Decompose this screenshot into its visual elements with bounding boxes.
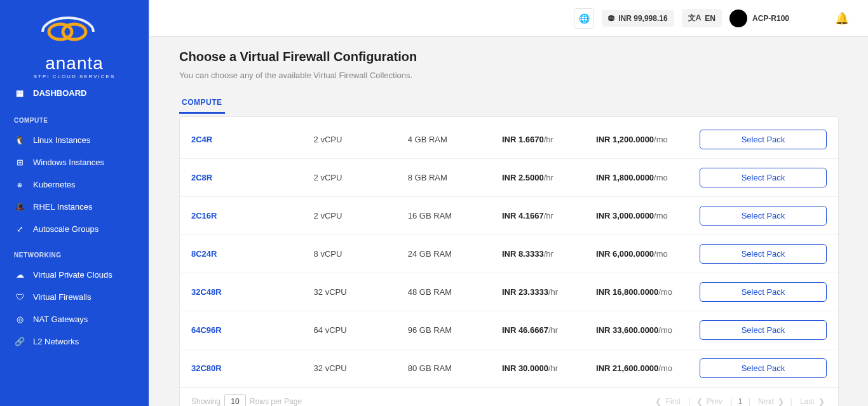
tabs: COMPUTE [179,93,839,114]
plan-ram: 16 GB RAM [408,211,502,220]
plan-price-mo: INR 21,600.0000/mo [596,363,700,373]
sidebar-item-label: DASHBOARD [33,88,87,98]
plan-row: 64C96R64 vCPU96 GB RAMINR 46.6667/hrINR … [180,311,838,349]
pager-next[interactable]: Next ❯ [754,397,786,406]
autoscale-icon: ⤢ [14,224,25,234]
sidebar-item[interactable]: 🛡Virtual Firewalls [0,286,149,308]
plan-name: 2C8R [191,173,314,182]
page-title: Choose a Virtual Firewall Configuration [179,50,839,64]
plan-price-hr: INR 2.5000/hr [502,173,596,182]
sidebar-item[interactable]: ☁Virtual Private Clouds [0,264,149,286]
sidebar-item[interactable]: ⊞Windows Instances [0,151,149,173]
sidebar-item[interactable]: ⤢Autoscale Groups [0,218,149,240]
globe-icon: 🌐 [579,13,590,24]
balance-text: INR 99,998.16 [618,14,667,23]
plan-cpu: 2 vCPU [314,173,408,182]
sidebar-item[interactable]: 🔗L2 Networks [0,330,149,353]
plan-price-hr: INR 23.3333/hr [502,287,596,297]
logo-icon [30,13,119,51]
plan-price-hr: INR 30.0000/hr [502,363,596,373]
pager-first[interactable]: ❮ First [653,397,684,406]
sidebar-item[interactable]: 🐧Linux Instances [0,129,149,151]
plan-row: 32C80R32 vCPU80 GB RAMINR 30.0000/hrINR … [180,349,838,388]
plan-price-mo: INR 1,800.0000/mo [596,173,700,182]
plan-ram: 80 GB RAM [408,363,502,373]
sidebar-section-title: NETWORKING [0,240,149,264]
balance-chip[interactable]: ⛃ INR 99,998.16 [602,10,674,27]
rhel-icon: 🎩 [14,202,25,212]
plan-name: 2C4R [191,135,314,144]
sidebar-item-label: Windows Instances [33,158,104,167]
content: Choose a Virtual Firewall Configuration … [150,37,868,406]
dashboard-icon: ▦ [14,88,25,98]
language-chip[interactable]: 文A EN [682,9,722,27]
pager-nav: ❮ First | ❮ Prev | 1 | Next ❯ | Last ❯ [653,397,827,406]
sidebar-section-title: COMPUTE [0,105,149,129]
pager-showing-label: Showing [191,397,220,406]
plan-price-mo: INR 16,800.0000/mo [596,287,700,297]
plan-price-hr: INR 46.6667/hr [502,325,596,335]
plan-name: 2C16R [191,211,314,220]
select-pack-button[interactable]: Select Pack [700,282,827,302]
plan-price-mo: INR 1,200.0000/mo [596,135,700,144]
plan-name: 64C96R [191,325,314,335]
sidebar-item-label: NAT Gateways [33,315,88,324]
vpc-icon: ☁ [14,270,25,280]
plan-price-hr: INR 1.6670/hr [502,135,596,144]
plan-price-mo: INR 33,600.0000/mo [596,325,700,335]
select-pack-button[interactable]: Select Pack [700,320,827,340]
sidebar-item[interactable]: 🎩RHEL Instances [0,196,149,218]
plan-cpu: 8 vCPU [314,249,408,259]
sidebar-item-label: RHEL Instances [33,202,92,212]
plan-ram: 48 GB RAM [408,287,502,297]
select-pack-button[interactable]: Select Pack [700,130,827,149]
l2-icon: 🔗 [14,337,25,346]
plan-name: 8C24R [191,249,314,259]
linux-icon: 🐧 [14,135,25,145]
plan-price-mo: INR 3,000.0000/mo [596,211,700,220]
sidebar: ananta STPI CLOUD SERVICES ▦ DASHBOARD C… [0,0,149,406]
sidebar-item-dashboard[interactable]: ▦ DASHBOARD [0,86,149,105]
select-pack-button[interactable]: Select Pack [700,358,827,378]
rows-per-page-input[interactable] [224,394,246,406]
username: ACP-R100 [752,14,789,23]
pager-rows-label: Rows per Page [250,397,302,406]
firewall-icon: 🛡 [14,292,25,302]
globe-button[interactable]: 🌐 [574,8,594,29]
select-pack-button[interactable]: Select Pack [700,244,827,264]
plan-row: 8C24R8 vCPU24 GB RAMINR 8.3333/hrINR 6,0… [180,235,838,273]
notifications-button[interactable]: 🔔 [835,11,849,25]
plan-cpu: 2 vCPU [314,211,408,220]
pager-page: 1 [736,397,745,406]
pager: Showing Rows per Page ❮ First | ❮ Prev |… [180,388,838,406]
bell-icon: 🔔 [835,12,849,25]
tab-compute[interactable]: COMPUTE [179,93,225,114]
plan-cpu: 32 vCPU [314,287,408,297]
sidebar-item-label: Autoscale Groups [33,224,98,234]
plan-price-hr: INR 4.1667/hr [502,211,596,220]
plan-row: 2C8R2 vCPU8 GB RAMINR 2.5000/hrINR 1,800… [180,159,838,197]
plan-cpu: 2 vCPU [314,135,408,144]
kubernetes-icon: ⎈ [14,180,25,189]
translate-icon: 文A [688,13,702,24]
brand-logo: ananta STPI CLOUD SERVICES [0,13,149,86]
sidebar-item-label: Virtual Private Clouds [33,270,112,280]
plan-name: 32C48R [191,287,314,297]
plan-row: 2C16R2 vCPU16 GB RAMINR 4.1667/hrINR 3,0… [180,197,838,235]
brand-name: ananta [13,53,136,74]
sidebar-item[interactable]: ◎NAT Gateways [0,308,149,330]
sidebar-item-label: Virtual Firewalls [33,292,92,302]
wallet-icon: ⛃ [608,14,614,23]
pager-prev[interactable]: ❮ Prev [695,397,726,406]
user-menu[interactable]: ACP-R100 [729,10,827,27]
plan-cpu: 32 vCPU [314,363,408,373]
language-text: EN [705,14,715,23]
sidebar-item[interactable]: ⎈Kubernetes [0,173,149,196]
select-pack-button[interactable]: Select Pack [700,168,827,187]
select-pack-button[interactable]: Select Pack [700,206,827,226]
pager-last[interactable]: Last ❯ [796,397,827,406]
plan-price-mo: INR 6,000.0000/mo [596,249,700,259]
plan-ram: 8 GB RAM [408,173,502,182]
main-area: 🌐 ⛃ INR 99,998.16 文A EN ACP-R100 🔔 Choos… [150,0,868,406]
nat-icon: ◎ [14,315,25,324]
